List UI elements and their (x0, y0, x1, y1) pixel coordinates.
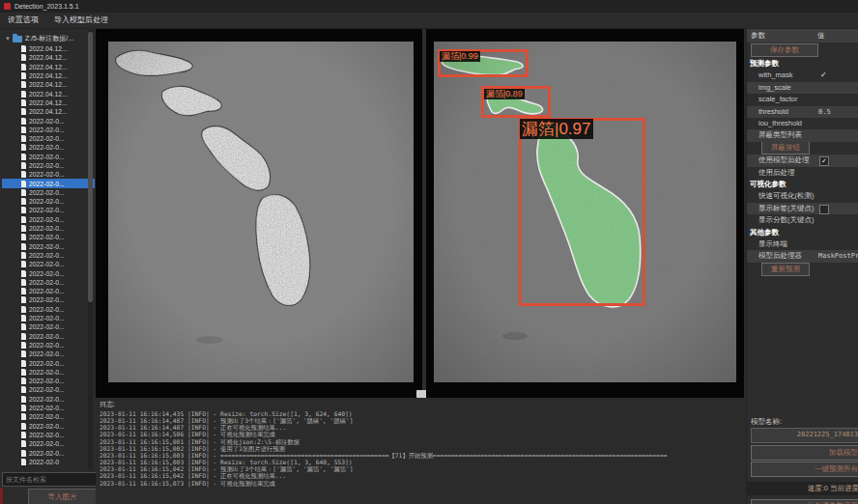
param-row[interactable]: with_mask✓ (747, 70, 858, 81)
param-checkbox[interactable] (819, 205, 829, 214)
tree-file-item[interactable]: 2022-02-0... (2, 350, 95, 358)
tree-file-item[interactable]: 2022-02-0... (2, 161, 95, 170)
tree-file-item[interactable]: 2022-02-0... (2, 322, 95, 331)
tree-file-item[interactable]: 2022.04.12... (2, 53, 95, 62)
tree-file-item[interactable]: 2022-02-0... (2, 395, 95, 404)
file-tree[interactable]: ▼ Z:/5-标注数据/... 2022.04.12...2022.04.12.… (2, 29, 95, 471)
tree-file-item[interactable]: 2022-02-0... (2, 377, 95, 385)
file-name: 2022.04.12... (29, 54, 68, 61)
tree-file-item[interactable]: 2022-02-0... (2, 332, 95, 341)
file-name: 2022-02-0... (29, 252, 65, 259)
tree-file-item[interactable]: 2022.04.12... (2, 44, 95, 53)
tree-file-item[interactable]: 2022-02-0... (2, 242, 95, 251)
tree-file-item[interactable]: 2022-02-0... (2, 126, 95, 134)
param-row[interactable]: 使用后处理 (747, 167, 858, 179)
tree-file-item[interactable]: 2022-02-0... (2, 341, 95, 350)
tree-file-item[interactable]: 2022-02-0... (2, 358, 95, 367)
tree-file-item[interactable]: 2022-02-0... (2, 134, 95, 143)
param-checkbox[interactable]: ✓ (819, 156, 829, 166)
file-icon (21, 432, 26, 438)
predict-all-button[interactable]: 一键预测所有 (751, 462, 858, 477)
tree-file-item[interactable]: 2022.04.12... (2, 63, 95, 71)
param-action-button[interactable]: 重新预测 (761, 263, 810, 276)
tree-file-item[interactable]: 2022-02-0... (2, 179, 95, 187)
file-name: 2022-02-0... (29, 423, 65, 430)
original-image-viewer[interactable] (96, 29, 422, 398)
tree-file-item[interactable]: 2022-02-0... (2, 224, 95, 233)
tree-file-item[interactable]: 2022-02-0... (2, 368, 95, 377)
tree-file-item[interactable]: 2022-02-0... (2, 314, 95, 322)
file-icon (21, 216, 26, 223)
tree-file-item[interactable]: 2022-02-0... (2, 305, 95, 314)
param-row[interactable]: 快速可视化(检测) (747, 190, 858, 202)
param-name: 显示终端 (758, 239, 787, 248)
param-row[interactable]: iou_threshold (747, 118, 858, 129)
param-row[interactable]: img_scale (747, 82, 858, 94)
log-line: 2023-01-11 16:16:15,073 |INFO| - 可视化预测结果… (100, 480, 744, 487)
tree-file-item[interactable]: 2022-02-0... (2, 448, 95, 457)
param-row[interactable]: 显示终端 (747, 238, 858, 250)
prediction-image-viewer[interactable]: 漏箔|0.99漏箔|0.89漏箔|0.97 (426, 29, 744, 398)
file-icon (21, 440, 26, 447)
tree-file-item[interactable]: 2022-02-0... (2, 188, 95, 197)
file-name: 2022-02-0... (29, 261, 65, 267)
app-window: Detection_2023.1.5.1 设置选项导入模型后处理 ▼ Z:/5-… (0, 0, 858, 504)
import-images-button[interactable]: 导入图片 (28, 489, 97, 504)
log-console[interactable]: 日志: 2023-01-11 16:16:14,435 |INFO| - Res… (96, 398, 744, 504)
tree-file-item[interactable]: 2022-02-0... (2, 215, 95, 224)
save-params-button[interactable]: 保存参数 (751, 43, 818, 57)
file-name: 2022-02-0... (29, 189, 65, 196)
tree-file-item[interactable]: 2022-02-0... (2, 170, 95, 179)
tree-file-item[interactable]: 2022-02-0... (2, 421, 95, 430)
tree-file-item[interactable]: 2022.04.12... (2, 71, 95, 80)
param-row[interactable]: 使用模型后处理✓ (747, 154, 858, 166)
tree-file-item[interactable]: 2022.04.12... (2, 107, 95, 116)
tree-file-item[interactable]: 2022-02-0... (2, 295, 95, 304)
tree-file-item[interactable]: 2022-02-0... (2, 439, 95, 448)
menu-item-2[interactable]: 导入模型后处理 (46, 13, 116, 28)
file-name: 2022-02-0... (29, 118, 65, 125)
tree-root-folder[interactable]: ▼ Z:/5-标注数据/... (2, 33, 95, 44)
tree-file-item[interactable]: 2022-02-0... (2, 412, 95, 421)
param-section-header: 可视化参数 (747, 179, 858, 190)
file-name: 2022-02-0... (29, 154, 65, 160)
param-row[interactable]: threshold0.5 (747, 106, 858, 118)
tree-scrollbar[interactable] (88, 30, 93, 469)
file-icon (21, 118, 26, 125)
model-name-field[interactable]: 20221225_174813 (751, 428, 858, 443)
param-row[interactable]: 屏蔽类型列表 (747, 129, 858, 141)
tree-file-item[interactable]: 2022.04.12... (2, 89, 95, 98)
param-name: 模型后处理器 (758, 251, 802, 260)
load-model-button[interactable]: 加载模型 (751, 445, 858, 461)
filename-search-input[interactable] (2, 472, 100, 487)
tree-file-item[interactable]: 2022-02-0... (2, 197, 95, 206)
tree-file-item[interactable]: 2022-02-0... (2, 233, 95, 241)
param-row[interactable]: 模型后处理器MaskPostPro (747, 250, 858, 262)
postprocess-settings-button[interactable]: 后处理参数设置 (751, 499, 858, 504)
tree-file-item[interactable]: 2022-02-0... (2, 260, 95, 268)
tree-file-item[interactable]: 2022-02-0... (2, 431, 95, 439)
param-row[interactable]: scale_factor (747, 94, 858, 105)
tree-file-item[interactable]: 2022.04.12... (2, 80, 95, 89)
tree-file-item[interactable]: 2022-02-0... (2, 116, 95, 125)
tree-file-item[interactable]: 2022-02-0... (2, 404, 95, 412)
param-row[interactable]: 显示标签(关键点) (747, 203, 858, 214)
tree-scrollbar-thumb[interactable] (88, 32, 93, 302)
tree-file-item[interactable]: 2022-02-0... (2, 278, 95, 287)
tree-file-item[interactable]: 2022-02-0... (2, 206, 95, 214)
param-row[interactable]: 显示分数(关键点) (747, 214, 858, 226)
file-name: 2022.04.12... (29, 108, 68, 115)
original-image (96, 29, 422, 398)
tree-file-item[interactable]: 2022.04.12... (2, 98, 95, 107)
tree-file-item[interactable]: 2022-02-0 (2, 458, 95, 466)
menu-item-1[interactable]: 设置选项 (0, 13, 46, 28)
tree-file-item[interactable]: 2022-02-0... (2, 143, 95, 152)
file-icon (21, 279, 26, 286)
param-action-button[interactable]: 屏蔽按钮 (761, 141, 810, 154)
expand-arrow-icon[interactable]: ▼ (5, 36, 11, 42)
tree-file-item[interactable]: 2022-02-0... (2, 251, 95, 260)
tree-file-item[interactable]: 2022-02-0... (2, 268, 95, 277)
tree-file-item[interactable]: 2022-02-0... (2, 287, 95, 295)
tree-file-item[interactable]: 2022-02-0... (2, 385, 95, 394)
tree-file-item[interactable]: 2022-02-0... (2, 153, 95, 161)
